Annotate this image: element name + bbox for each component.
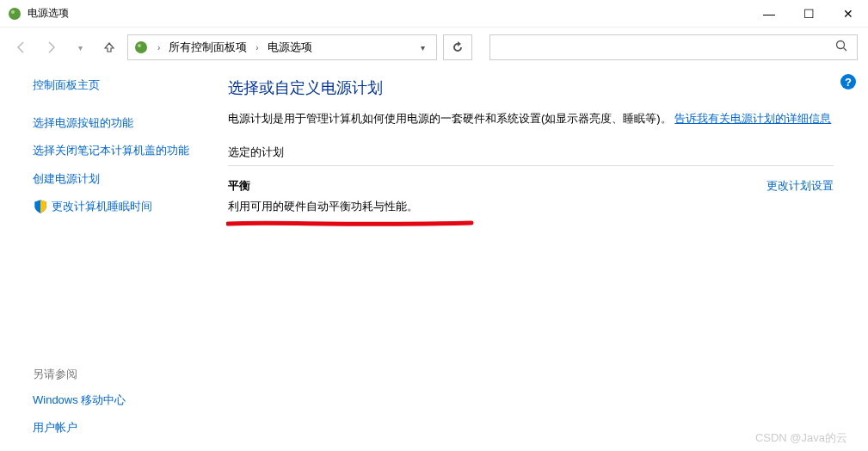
plan-description: 利用可用的硬件自动平衡功耗与性能。 (228, 199, 766, 214)
main-panel: ? 选择或自定义电源计划 电源计划是用于管理计算机如何使用电源的一套硬件和系统设… (228, 77, 868, 451)
navigation-bar: ▾ › 所有控制面板项 › 电源选项 ▾ (0, 28, 868, 67)
titlebar: 电源选项 — ☐ ✕ (0, 0, 868, 28)
chevron-icon: › (252, 43, 262, 53)
up-button[interactable] (98, 36, 120, 59)
breadcrumb-item[interactable]: 电源选项 (268, 40, 312, 55)
svg-point-1 (11, 10, 15, 14)
svg-point-4 (837, 41, 845, 49)
plan-row: 平衡 利用可用的硬件自动平衡功耗与性能。 更改计划设置 (228, 178, 834, 214)
breadcrumb-item[interactable]: 所有控制面板项 (169, 40, 247, 55)
see-also-section: 另请参阅 Windows 移动中心 用户帐户 (33, 367, 126, 448)
shield-icon (33, 199, 48, 214)
refresh-button[interactable] (443, 34, 472, 60)
minimize-button[interactable]: — (749, 0, 789, 28)
search-icon (835, 40, 848, 55)
content: 控制面板主页 选择电源按钮的功能 选择关闭笔记本计算机盖的功能 创建电源计划 更… (0, 67, 868, 451)
sidebar-link-power-button[interactable]: 选择电源按钮的功能 (33, 115, 211, 131)
sidebar: 控制面板主页 选择电源按钮的功能 选择关闭笔记本计算机盖的功能 创建电源计划 更… (0, 77, 228, 451)
address-icon (133, 40, 149, 55)
forward-button[interactable] (40, 36, 62, 59)
svg-point-2 (135, 41, 147, 53)
desc-link[interactable]: 告诉我有关电源计划的详细信息 (674, 112, 831, 125)
change-plan-link[interactable]: 更改计划设置 (766, 178, 834, 194)
svg-line-5 (844, 48, 847, 52)
sidebar-item-label: 更改计算机睡眠时间 (52, 199, 152, 214)
sidebar-link-create-plan[interactable]: 创建电源计划 (33, 171, 211, 187)
svg-point-3 (138, 44, 141, 47)
see-also-title: 另请参阅 (33, 367, 126, 382)
chevron-icon: › (154, 43, 163, 53)
recent-dropdown[interactable]: ▾ (69, 36, 91, 59)
sidebar-home[interactable]: 控制面板主页 (33, 77, 211, 93)
svg-point-0 (9, 8, 21, 20)
sidebar-link-lid-close[interactable]: 选择关闭笔记本计算机盖的功能 (33, 143, 211, 158)
see-also-accounts[interactable]: 用户帐户 (33, 420, 126, 436)
address-dropdown[interactable]: ▾ (414, 35, 431, 59)
search-input[interactable] (489, 34, 858, 60)
section-title: 选定的计划 (228, 145, 834, 166)
desc-text: 电源计划是用于管理计算机如何使用电源的一套硬件和系统设置(如显示器亮度、睡眠等)… (228, 112, 672, 125)
maximize-button[interactable]: ☐ (789, 0, 828, 28)
see-also-mobility[interactable]: Windows 移动中心 (33, 392, 126, 408)
sidebar-link-sleep-time[interactable]: 更改计算机睡眠时间 (33, 199, 211, 214)
app-icon (7, 6, 22, 22)
watermark: CSDN @Java的云 (755, 430, 847, 446)
annotation-underline (226, 216, 476, 225)
back-button[interactable] (10, 36, 33, 59)
plan-info: 平衡 利用可用的硬件自动平衡功耗与性能。 (228, 178, 766, 214)
plan-name: 平衡 (228, 178, 766, 194)
help-icon[interactable]: ? (840, 74, 856, 90)
window-title: 电源选项 (28, 6, 749, 21)
window-controls: — ☐ ✕ (749, 0, 868, 28)
page-description: 电源计划是用于管理计算机如何使用电源的一套硬件和系统设置(如显示器亮度、睡眠等)… (228, 110, 834, 127)
page-heading: 选择或自定义电源计划 (228, 77, 834, 98)
close-button[interactable]: ✕ (828, 0, 868, 28)
address-bar[interactable]: › 所有控制面板项 › 电源选项 ▾ (127, 34, 437, 60)
